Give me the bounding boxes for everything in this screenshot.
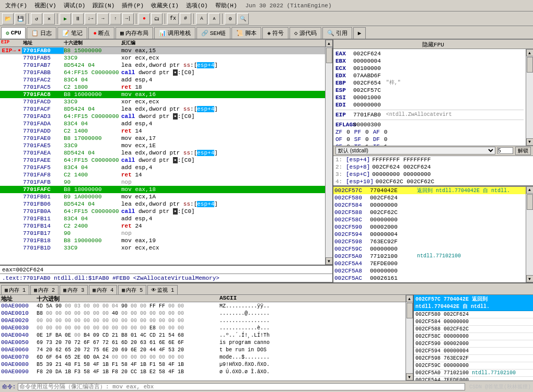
tab-ref[interactable]: 🔍 引用 [322,27,352,39]
scroll-down-btn[interactable]: ▼ [326,257,333,265]
toolbar-runtocursor[interactable]: →| [122,13,134,25]
stack-mini-row-8[interactable]: 002CF59C 00000000 [414,362,533,370]
stack-row-3[interactable]: 002CF588 002CF62C [333,209,526,216]
mem-tab-2[interactable]: ▦ 内存 2 [30,285,59,294]
mem-row-1[interactable]: 00AE0010 B8 00 00 00 00 00 00 00 40 00 0… [0,310,405,317]
stack-mini-row-2[interactable]: 002CF584 00000000 [414,318,533,326]
scroll-thumb[interactable] [326,47,332,63]
disasm-row[interactable]: 7701FB01 B9 1A000000 mov ecx,1A [0,193,325,200]
tab-breakpoints[interactable]: ● 断点 [88,27,114,39]
toolbar-stepinto[interactable]: ↓→ [85,13,96,25]
stack-row-0[interactable]: 002CF57C 7704042E 返回到 ntdll.7704042E 自 n… [333,187,526,194]
stack-mini-row-3[interactable]: 002CF588 002CF62C [414,326,533,333]
tab-memory-layout[interactable]: ▦ 内存布局 [115,27,153,39]
stack-mini-row-5[interactable]: 002CF590 00002000 [414,340,533,348]
disasm-row[interactable]: 7701FABB 64:FF15 C0000000 call dword ptr… [0,69,325,76]
stack-row-2[interactable]: 002CF584 00000000 [333,201,526,209]
stack-row-8[interactable]: 002CF59C 00000000 [333,245,526,253]
tab-script[interactable]: 📜 脚本 [231,27,261,39]
mem-row-3[interactable]: 00AE0030 00 00 00 00 00 00 00 00 00 00 0… [0,324,405,331]
scroll-up-btn[interactable]: ▲ [326,40,333,47]
tab-symbol[interactable]: ◈ 符号 [262,27,288,39]
callconv-select[interactable]: 默认 (stdcall) [335,147,495,155]
callconv-num[interactable] [497,147,513,154]
toolbar-font[interactable]: A [196,13,207,25]
stack-mini-row-7[interactable]: 002CF598 763EC92F [414,355,533,362]
mem-vscroll[interactable]: ▲ ▼ [405,295,413,381]
reg-scroll-track[interactable] [526,56,533,138]
disasm-row[interactable]: 7701FAFC B8 18000000 mov eax,18 [0,186,325,193]
stack-row-10[interactable]: 002CF5A4 7EFDE000 [333,260,526,267]
mem-row-7[interactable]: 00AE0070 6D 6F 64 65 2E 0D 0A 24 00 00 0… [0,353,405,361]
disasm-row[interactable]: 7701FAF5 83C4 04 add esp,4 [0,164,325,171]
disasm-row[interactable]: 7701FAD3 64:FF15 C0000000 call dword ptr… [0,113,325,120]
tab-cpu[interactable]: ⚙ CPU [1,27,26,39]
disasm-row[interactable]: 7701FB14 C2 2400 ret 24 [0,222,325,230]
disasm-vscroll[interactable]: ▲ ▼ [325,40,332,265]
reg-edi-line[interactable]: EDI 00000000 [335,101,524,109]
disasm-row[interactable]: 7701FAEA 8D5424 04 lea edx,dword ptr ss:… [0,149,325,157]
disasm-row[interactable]: 7701FADD C2 1400 ret 14 [0,127,325,135]
tab-seh[interactable]: 🔗 SEH链 [196,27,231,39]
menu-plugin[interactable]: 插件(P) [119,1,147,10]
disasm-row[interactable]: 7701FB18 B8 19000000 mov eax,19 [0,237,325,244]
stack-scroll-track[interactable] [526,194,533,276]
toolbar-restart[interactable]: ↺ [31,13,42,25]
stack-row-11[interactable]: 002CF5A8 00000000 [333,267,526,275]
mem-row-4[interactable]: 00AE0040 0E 1F BA 0E 00 B4 09 CD 21 B8 0… [0,331,405,339]
toolbar-stepout[interactable]: ↑ [110,13,121,25]
stack-mini-row-1[interactable]: 002CF580 002CF624 [414,311,533,318]
menu-help[interactable]: 帮助(H) [212,1,240,10]
call-param-3[interactable]: 3: [esp+C] 00000000 00000000 [333,171,533,178]
call-param-1[interactable]: 1: [esp+4] FFFFFFFF FFFFFFFF [333,156,533,163]
reg-edx-line[interactable]: EDX 07AABD6F [335,72,524,79]
reg-scroll-down[interactable]: ▼ [526,138,534,146]
disasm-row[interactable]: 7701FB11 83C4 04 add esp,4 [0,215,325,222]
scroll-track[interactable] [326,47,332,257]
mem-row-9[interactable]: 00AE0090 F8 20 DA 1B F3 58 4F 1B F8 20 C… [0,368,405,375]
disasm-row[interactable]: 7701FAF8 C2 1400 ret 14 [0,171,325,179]
mem-row-2[interactable]: 00AE0020 00 00 00 00 00 00 00 00 00 00 0… [0,317,405,324]
tab-notes[interactable]: 📝 笔记 [57,27,87,39]
stack-row-4[interactable]: 002CF58C 00000000 [333,216,526,223]
disasm-row[interactable]: 7701FAC5 C2 1800 ret 18 [0,84,325,91]
menu-file[interactable]: 文件(F) [2,1,30,10]
disasm-row[interactable]: 7701FAB5 33C9 xor ecx,ecx [0,54,325,62]
menu-options[interactable]: 选项(O) [183,1,211,10]
stack-scroll-down[interactable]: ▼ [526,275,534,282]
reg-esi-line[interactable]: ESI 00001000 [335,94,524,101]
menu-debug[interactable]: 调试(D) [61,1,89,10]
mem-scroll-down[interactable]: ▼ [406,373,413,381]
disasm-row[interactable]: 7701FADA 83C4 04 add esp,4 [0,120,325,127]
mem-row-6[interactable]: 00AE0060 74 20 62 65 20 72 75 6E 20 69 6… [0,346,405,353]
tab-source[interactable]: ◇ 源代码 [289,27,321,39]
toolbar-settings[interactable]: ⚙ [225,13,236,25]
disasm-row[interactable]: 7701FAEE 64:FF15 C0000000 call dword ptr… [0,157,325,164]
mem-row-0[interactable]: 00AE0000 4D 5A 90 00 03 00 00 00 04 90 0… [0,302,405,310]
reg-eip-line[interactable]: EIP 7701FAB0 <ntdll.ZwAllocatevirt [335,111,524,118]
stack-row-5[interactable]: 002CF590 00002000 [333,223,526,231]
reg-esp-line[interactable]: ESP 002CF57C [335,87,524,94]
tab-more[interactable]: ▶ [353,27,366,39]
mem-row-5[interactable]: 00AE0050 69 73 20 70 72 6F 67 72 61 6D 2… [0,339,405,346]
toolbar-open[interactable]: 📂 [2,13,14,25]
disasm-row[interactable]: 7701FAC8 B8 16000000 mov eax,16 [0,91,325,98]
stack-mini-row-9[interactable]: 002CF5A0 77102100 ntdll.77102100 [414,370,533,377]
stack-row-7[interactable]: 002CF598 763EC92F [333,238,526,245]
reg-scroll-up[interactable]: ▲ [526,49,534,56]
reg-eflags-line[interactable]: EFLAGS 00000300 [335,121,524,128]
menu-favorites[interactable]: 收藏夹(I) [148,1,182,10]
disasm-row[interactable]: EIP→ ● 7701FAB0 B8 15000000 mov eax,15 [0,47,325,54]
mem-tab-3[interactable]: ▦ 内存 3 [60,285,88,294]
disasm-row[interactable]: 7701FAB7 8D5424 04 lea edx,dword ptr ss:… [0,62,325,69]
disasm-row[interactable]: 7701FB06 8D5424 04 lea edx,dword ptr ss:… [0,200,325,208]
menu-view[interactable]: 视图(V) [31,1,60,10]
stack-row-12[interactable]: 002CF5AC 00026161 [333,275,526,282]
disasm-row[interactable]: 7701FAC2 83C4 04 add esp,4 [0,76,325,84]
mem-tab-1[interactable]: ▦ 内存 1 [1,285,29,294]
toolbar-hash[interactable]: # [180,13,191,25]
toolbar-save[interactable]: 💾 [15,13,26,25]
toolbar-calc[interactable]: fx [167,13,179,25]
stack-mini-row-10[interactable]: 002CF5A4 7EFDE000 [414,377,533,381]
reg-ecx-line[interactable]: ECX 00100000 [335,65,524,72]
